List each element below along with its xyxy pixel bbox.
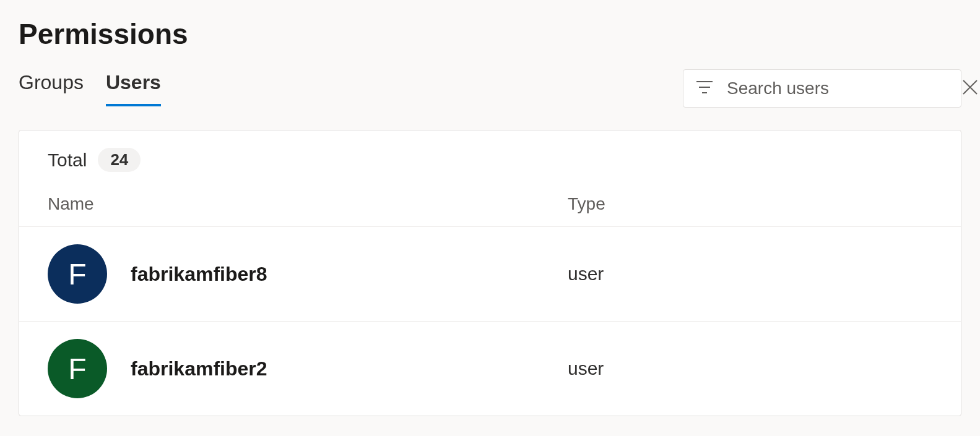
filter-icon bbox=[696, 80, 713, 96]
tab-users[interactable]: Users bbox=[106, 71, 161, 106]
column-header-type[interactable]: Type bbox=[568, 194, 932, 214]
user-name: fabrikamfiber2 bbox=[131, 357, 267, 380]
total-count-badge: 24 bbox=[98, 148, 141, 172]
users-panel: Total 24 Name Type F fabrikamfiber8 user… bbox=[19, 130, 961, 416]
user-name: fabrikamfiber8 bbox=[131, 263, 267, 286]
table-row[interactable]: F fabrikamfiber2 user bbox=[19, 321, 961, 416]
total-label: Total bbox=[48, 150, 87, 171]
search-box[interactable] bbox=[683, 69, 961, 108]
table-row[interactable]: F fabrikamfiber8 user bbox=[19, 226, 961, 321]
type-cell: user bbox=[568, 263, 932, 284]
type-cell: user bbox=[568, 358, 932, 379]
name-cell: F fabrikamfiber2 bbox=[48, 339, 568, 398]
search-input[interactable] bbox=[727, 79, 948, 98]
tabs: Groups Users bbox=[19, 71, 161, 106]
panel-header: Total 24 bbox=[19, 130, 961, 184]
avatar: F bbox=[48, 339, 107, 398]
page-title: Permissions bbox=[19, 17, 961, 51]
avatar: F bbox=[48, 244, 107, 304]
close-icon[interactable] bbox=[962, 79, 978, 98]
column-header-name[interactable]: Name bbox=[48, 194, 568, 214]
name-cell: F fabrikamfiber8 bbox=[48, 244, 568, 304]
tab-groups[interactable]: Groups bbox=[19, 71, 84, 106]
tabs-row: Groups Users bbox=[19, 69, 961, 108]
table-headers: Name Type bbox=[19, 184, 961, 226]
